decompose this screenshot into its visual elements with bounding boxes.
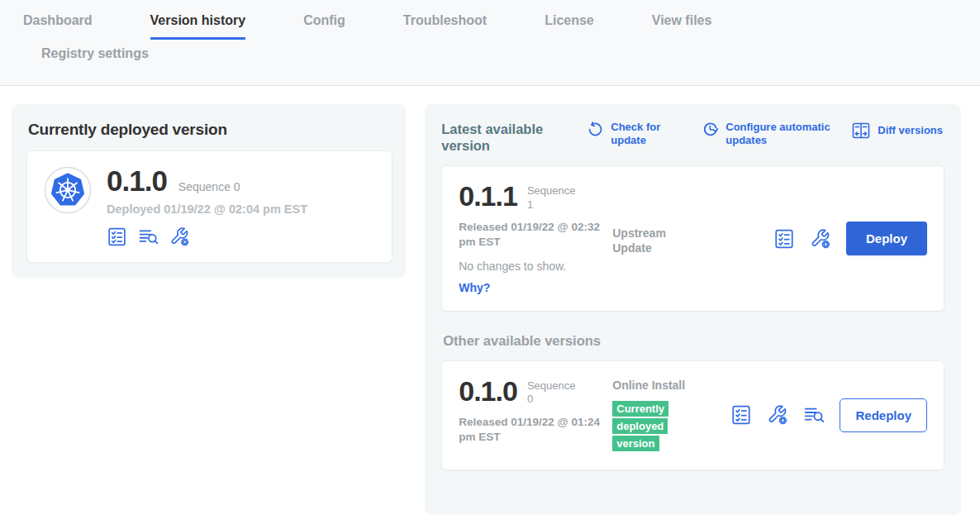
latest-version-card: 0.1.1 Sequence 1 Released 01/19/22 @ 02:…	[441, 165, 944, 312]
tab-dashboard[interactable]: Dashboard	[23, 13, 93, 40]
tab-view-files[interactable]: View files	[652, 13, 712, 40]
current-version-number: 0.1.0	[107, 166, 167, 195]
currently-deployed-badge: Currently deployed version	[612, 401, 668, 451]
status-badge-wrap: Currently deployed version	[612, 400, 678, 452]
tab-troubleshoot[interactable]: Troubleshoot	[403, 13, 487, 40]
currently-deployed-card: 0.1.0 Sequence 0 Deployed 01/19/22 @ 02:…	[26, 150, 392, 263]
deployed-timestamp: Deployed 01/19/22 @ 02:04 pm EST	[107, 203, 307, 216]
currently-deployed-title: Currently deployed version	[28, 121, 392, 139]
config-gear-icon[interactable]	[169, 226, 190, 247]
refresh-icon	[587, 121, 604, 146]
online-install-label: Online Install	[612, 378, 692, 393]
deploy-logs-icon[interactable]	[138, 226, 159, 247]
nav-row-secondary: Registry settings	[23, 40, 980, 85]
tab-config[interactable]: Config	[303, 13, 345, 40]
available-versions-panel: Latest available version Check for updat…	[425, 104, 961, 515]
latest-version-source: Upstream Update	[612, 183, 692, 294]
content-area: Currently deployed version 0.1.0 Sequenc…	[0, 86, 980, 515]
preflight-checklist-icon[interactable]	[773, 228, 795, 250]
why-link[interactable]: Why?	[459, 281, 612, 294]
latest-version-number: 0.1.1	[459, 183, 517, 212]
other-version-actions: Redeploy	[730, 378, 927, 452]
other-version-card: 0.1.0 Sequence 0 Released 01/19/22 @ 01:…	[441, 360, 944, 469]
no-changes-text: No changes to show.	[459, 260, 612, 273]
tab-registry-settings[interactable]: Registry settings	[41, 46, 980, 73]
other-released-timestamp: Released 01/19/22 @ 01:24 pm EST	[459, 415, 609, 445]
other-available-versions-title: Other available versions	[443, 333, 944, 349]
kubernetes-logo-icon	[44, 166, 92, 214]
upstream-update-label: Upstream Update	[612, 226, 692, 255]
other-version-number: 0.1.0	[459, 378, 517, 407]
diff-versions-link[interactable]: Diff versions	[851, 121, 943, 141]
tab-version-history[interactable]: Version history	[150, 13, 246, 40]
current-sequence-label: Sequence 0	[178, 180, 240, 193]
available-versions-header: Latest available version Check for updat…	[441, 121, 944, 154]
config-gear-icon[interactable]	[810, 228, 831, 250]
app-navbar: Dashboard Version history Config Trouble…	[0, 0, 980, 86]
deploy-button[interactable]: Deploy	[846, 222, 927, 255]
preflight-checklist-icon[interactable]	[730, 404, 752, 426]
other-sequence-label: Sequence 0	[527, 378, 582, 407]
check-for-update-link[interactable]: Check for update	[587, 121, 670, 146]
latest-version-actions: Deploy	[773, 183, 927, 294]
deploy-logs-icon[interactable]	[803, 404, 825, 426]
currently-deployed-panel: Currently deployed version 0.1.0 Sequenc…	[12, 104, 406, 278]
tab-license[interactable]: License	[545, 13, 594, 40]
preflight-checklist-icon[interactable]	[107, 226, 127, 247]
nav-row-primary: Dashboard Version history Config Trouble…	[23, 13, 980, 40]
configure-automatic-updates-label: Configure automatic updates	[725, 121, 851, 146]
latest-sequence-label: Sequence 1	[527, 183, 582, 212]
diff-icon	[851, 121, 871, 141]
latest-released-timestamp: Released 01/19/22 @ 02:32 pm EST	[459, 220, 609, 250]
other-version-details: 0.1.0 Sequence 0 Released 01/19/22 @ 01:…	[459, 378, 612, 452]
diff-versions-label: Diff versions	[878, 124, 943, 137]
latest-available-title: Latest available version	[441, 121, 567, 154]
redeploy-button[interactable]: Redeploy	[840, 398, 927, 432]
config-gear-icon[interactable]	[767, 404, 788, 426]
check-for-update-label: Check for update	[611, 121, 670, 146]
configure-automatic-updates-link[interactable]: Configure automatic updates	[702, 121, 851, 146]
currently-deployed-details: 0.1.0 Sequence 0 Deployed 01/19/22 @ 02:…	[107, 166, 307, 247]
schedule-update-icon	[702, 121, 719, 146]
other-version-source: Online Install Currently deployed versio…	[612, 378, 692, 452]
latest-version-details: 0.1.1 Sequence 1 Released 01/19/22 @ 02:…	[459, 183, 612, 294]
